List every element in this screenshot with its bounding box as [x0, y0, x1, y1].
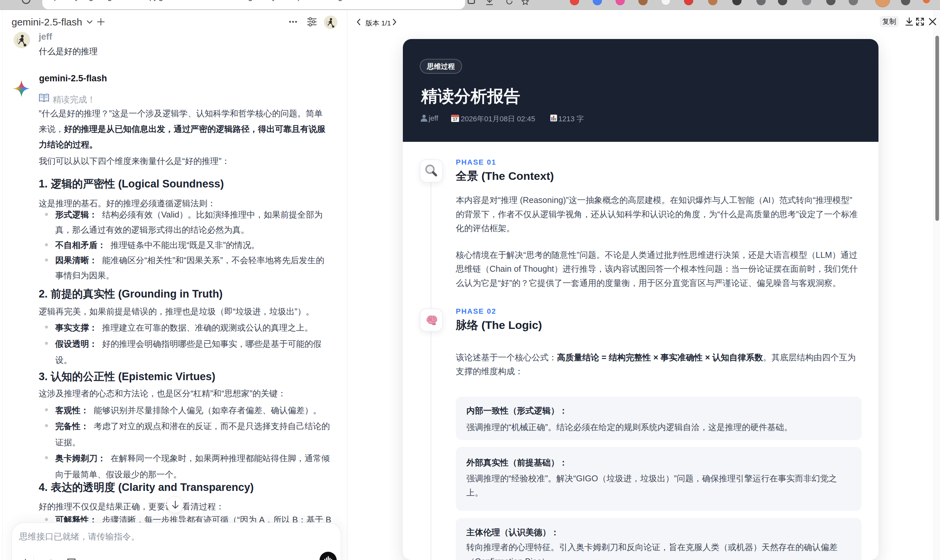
svg-text:17: 17: [453, 117, 458, 122]
